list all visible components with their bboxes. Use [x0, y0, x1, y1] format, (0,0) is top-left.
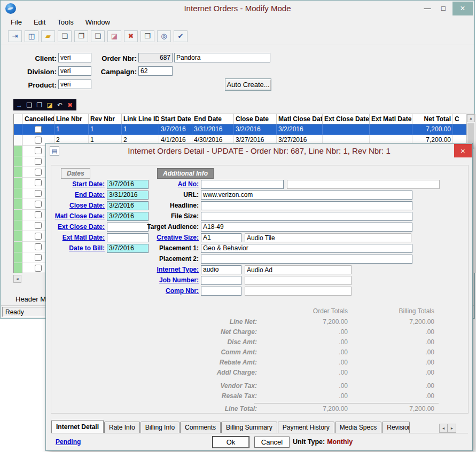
exit-icon[interactable]: ⇥	[8, 30, 22, 42]
cancelled-checkbox[interactable]	[35, 179, 42, 186]
col-link-line-id[interactable]: Link Line ID	[122, 114, 159, 124]
copy-icon[interactable]: ❐	[74, 30, 88, 42]
date-to-bill-label[interactable]: Date to Bill:	[52, 244, 107, 252]
comp-nbr-label[interactable]: Comp Nbr:	[125, 287, 201, 295]
cancelled-checkbox[interactable]	[35, 265, 42, 272]
group-dates[interactable]: Dates	[61, 168, 90, 179]
insert-line-icon[interactable]: →	[14, 100, 24, 110]
erase-line-icon[interactable]: ◪	[45, 100, 54, 110]
col-line-nbr[interactable]: Line Nbr	[54, 114, 89, 124]
title-bar[interactable]: Internet Orders - Modify Mode — □ ×	[1, 1, 474, 17]
cancelled-checkbox[interactable]	[35, 233, 42, 240]
placement-2-input[interactable]	[201, 255, 412, 264]
tab-media-specs[interactable]: Media Specs	[335, 422, 381, 433]
cancelled-checkbox[interactable]	[35, 147, 42, 154]
cell-matl-close-date[interactable]: 3/2/2016	[277, 124, 323, 135]
job-number-input[interactable]	[201, 276, 241, 285]
internet-type-label[interactable]: Internet Type:	[125, 266, 201, 273]
menu-tools[interactable]: Tools	[51, 17, 79, 28]
ext-matl-date-label[interactable]: Ext Matl Date:	[52, 234, 107, 241]
cell-clipped[interactable]	[453, 124, 466, 135]
close-date-label[interactable]: Close Date:	[52, 202, 107, 209]
group-additional-info[interactable]: Additional Info	[157, 168, 214, 179]
cell-ext-close-date[interactable]	[323, 124, 370, 135]
tab-internet-detail[interactable]: Internet Detail	[51, 420, 104, 433]
order-name-input[interactable]	[174, 53, 270, 62]
col-net-total[interactable]: Net Total	[412, 114, 453, 124]
cancelled-checkbox[interactable]	[35, 201, 42, 208]
menu-edit[interactable]: Edit	[28, 17, 51, 28]
pending-status-link[interactable]: Pending	[56, 438, 81, 446]
col-ext-matl-date[interactable]: Ext Matl Date	[370, 114, 412, 124]
tab-rate-info[interactable]: Rate Info	[104, 422, 140, 433]
validate-icon[interactable]: ✔	[174, 30, 188, 42]
client-input[interactable]	[58, 53, 91, 62]
header-memo-button[interactable]: Header M	[15, 295, 46, 303]
cell-close-date[interactable]: 3/2/2016	[234, 124, 277, 135]
copy-line-icon[interactable]: ❐	[35, 100, 44, 110]
col-ext-close-date[interactable]: Ext Close Date	[323, 114, 370, 124]
cancelled-checkbox[interactable]	[35, 243, 42, 250]
tab-billing-summary[interactable]: Billing Summary	[221, 422, 277, 433]
end-date-label[interactable]: End Date:	[52, 191, 107, 199]
cell-link-line-id[interactable]: 1	[122, 124, 159, 135]
cell-ext-matl-date[interactable]	[370, 124, 412, 135]
start-date-label[interactable]: Start Date:	[52, 180, 107, 188]
cancelled-checkbox[interactable]	[35, 222, 42, 229]
menu-window[interactable]: Window	[80, 17, 116, 28]
target-audience-input[interactable]	[201, 223, 412, 232]
minimize-button[interactable]: —	[420, 2, 435, 15]
cell-net-total[interactable]: 7,200.00	[412, 124, 453, 135]
product-input[interactable]	[58, 80, 91, 89]
scroll-up-icon[interactable]: ▲	[467, 114, 475, 122]
headline-input[interactable]	[201, 201, 412, 210]
col-close-date[interactable]: Close Date	[234, 114, 277, 124]
cancel-button[interactable]: Cancel	[254, 437, 290, 448]
maximize-button[interactable]: □	[436, 2, 451, 15]
delete-icon[interactable]: ✖	[124, 30, 138, 42]
cancelled-checkbox[interactable]	[35, 126, 42, 133]
delete-line-icon[interactable]: ✖	[65, 100, 75, 110]
ok-button[interactable]: Ok	[213, 437, 249, 448]
paste-icon[interactable]: ❑	[91, 30, 105, 42]
cell-rev-nbr[interactable]: 1	[89, 124, 122, 135]
col-cancelled[interactable]: Cancelled	[22, 114, 54, 124]
tab-scroll-right-icon[interactable]: ►	[448, 424, 456, 433]
print-preview-icon[interactable]: ◎	[157, 30, 171, 42]
undo-line-icon[interactable]: ↶	[55, 100, 65, 110]
matl-close-date-label[interactable]: Matl Close Date:	[52, 212, 107, 220]
open-folder-icon[interactable]: ▰	[41, 30, 55, 42]
url-input[interactable]	[201, 191, 412, 200]
creative-size-input[interactable]	[201, 233, 241, 242]
cancelled-checkbox[interactable]	[35, 158, 42, 165]
cancelled-checkbox[interactable]	[35, 169, 42, 176]
cell-line-nbr[interactable]: 1	[54, 124, 89, 135]
comp-nbr-input[interactable]	[201, 287, 241, 296]
campaign-input[interactable]	[138, 66, 173, 76]
scroll-left-icon[interactable]: ◄	[13, 275, 21, 283]
print-icon[interactable]: ❒	[141, 30, 154, 42]
cancelled-checkbox[interactable]	[35, 211, 42, 218]
cell-end-date[interactable]: 3/31/2016	[192, 124, 234, 135]
eraser-icon[interactable]: ◪	[107, 30, 121, 42]
cell-start-date[interactable]: 3/7/2016	[159, 124, 192, 135]
division-input[interactable]	[58, 66, 91, 76]
tab-payment-history[interactable]: Payment History	[278, 422, 334, 433]
dialog-close-button[interactable]: ×	[454, 144, 472, 157]
tab-comments[interactable]: Comments	[180, 422, 221, 433]
new-line-icon[interactable]: ❏	[25, 100, 34, 110]
col-clipped[interactable]: C	[453, 114, 466, 124]
row-indicator[interactable]	[14, 124, 22, 135]
close-button[interactable]: ×	[452, 2, 473, 15]
tab-billing-info[interactable]: Billing Info	[141, 422, 180, 433]
internet-type-input[interactable]	[201, 265, 241, 274]
save-icon[interactable]: ◫	[25, 30, 38, 42]
col-rev-nbr[interactable]: Rev Nbr	[89, 114, 122, 124]
ad-no-input[interactable]	[201, 180, 284, 189]
ad-no-label[interactable]: Ad No:	[125, 180, 201, 188]
menu-file[interactable]: File	[5, 17, 28, 28]
col-start-date[interactable]: Start Date	[159, 114, 192, 124]
file-size-input[interactable]	[201, 212, 412, 221]
order-nbr-input[interactable]	[138, 53, 173, 62]
cancelled-checkbox[interactable]	[35, 254, 42, 261]
